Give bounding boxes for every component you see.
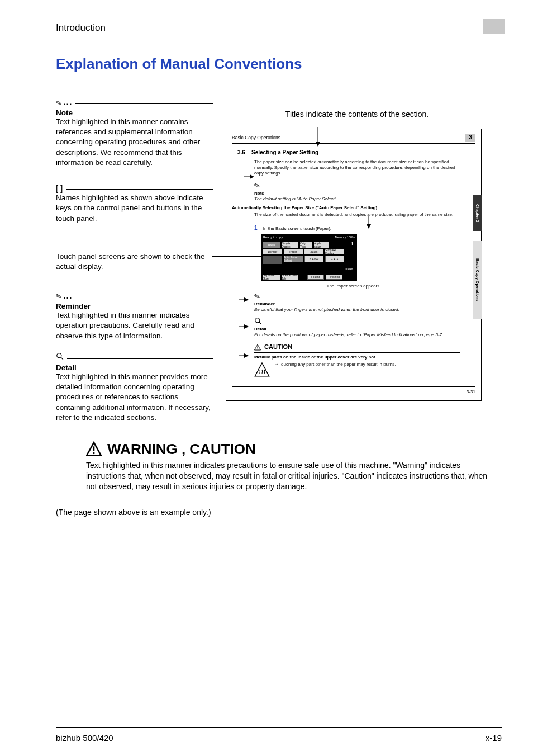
- note-body: Text highlighted in this manner contains…: [56, 117, 213, 168]
- section-tab: Basic Copy Operations: [473, 241, 482, 319]
- reminder-block: ✎ Reminder Text highlighted in this mann…: [56, 291, 213, 341]
- step-text: In the Basic screen, touch [Paper].: [263, 226, 331, 231]
- warning-triangle-icon: [254, 344, 261, 351]
- screen-btn: × 1.000: [304, 256, 323, 262]
- step-number: 1: [254, 225, 258, 231]
- dots-icon: [63, 291, 72, 301]
- screen-image: Image: [345, 267, 353, 270]
- note-heading: Note: [56, 108, 213, 117]
- arrow-icon: [366, 216, 372, 229]
- keys-body: Names highlighted as shown above indicat…: [56, 193, 213, 224]
- magnifier-icon: [56, 352, 64, 362]
- screen-btn: [263, 256, 282, 264]
- svg-marker-5: [250, 174, 254, 179]
- sample-header-num: 3: [465, 134, 475, 142]
- footer-page: x-19: [486, 733, 502, 743]
- svg-marker-7: [367, 224, 371, 229]
- caution-bold: Metallic parts on the inside of the uppe…: [254, 355, 460, 360]
- footer-rule: [56, 727, 502, 728]
- chapter-tab: Chapter 3: [473, 195, 482, 231]
- caution-text: Touching any part other than the paper m…: [279, 362, 396, 367]
- sample-step1: 1 In the Basic screen, touch [Paper].: [254, 225, 460, 232]
- svg-marker-9: [244, 297, 249, 302]
- caution-header: CAUTION: [254, 341, 460, 353]
- screen-btn: Separate Scan: [263, 275, 280, 280]
- sample-page: Chapter 3 Basic Copy Operations Basic Co…: [226, 129, 482, 401]
- sample-reminder-head: Reminder: [254, 301, 275, 306]
- svg-point-12: [255, 318, 260, 323]
- warning-title: WARNING , CAUTION: [107, 441, 256, 458]
- screen-btn: Scan at Next Job: [282, 275, 298, 280]
- magnifier-icon: [254, 321, 262, 326]
- svg-marker-11: [244, 324, 249, 329]
- detail-heading: Detail: [56, 363, 213, 372]
- sample-reminder-body: Be careful that your fingers are not pin…: [254, 307, 399, 312]
- page-edge-marker: [483, 19, 505, 34]
- svg-point-22: [93, 452, 95, 455]
- touch-body: Touch panel screens are shown to check t…: [56, 252, 213, 272]
- sample-note: ✎ Note The default setting is "Auto Pape…: [254, 182, 460, 202]
- sample-detail-head: Detail: [254, 327, 266, 332]
- screen-btn: Appli- cation: [314, 242, 329, 248]
- screen-btn: 1 ▶ 1: [325, 256, 344, 262]
- header-rule: [56, 37, 502, 37]
- warning-caution-section: WARNING , CAUTION Text highlighted in th…: [86, 441, 498, 492]
- touchscreen-thumbnail: Ready to copy. Memory 100% 1 Basic Simpl…: [261, 234, 357, 281]
- sample-header: Basic Copy Operations 3: [232, 134, 475, 144]
- screen-ready: Ready to copy.: [263, 235, 283, 239]
- screen-btn: Folding: [307, 275, 324, 280]
- pencil-icon: ✎: [253, 292, 261, 303]
- section-name: Introduction: [31, 22, 106, 34]
- reminder-heading: Reminder: [56, 302, 213, 310]
- screen-btn: Finishing: [326, 275, 342, 280]
- footer-model: bizhub 500/420: [56, 733, 113, 743]
- svg-marker-15: [244, 353, 249, 358]
- screen-btn: Density: [263, 249, 282, 254]
- screen-btn: Auto Paper Select: [284, 256, 303, 262]
- section-heading: Selecting a Paper Setting: [251, 149, 318, 155]
- svg-line-1: [61, 357, 63, 360]
- dots-icon: [63, 97, 72, 107]
- screen-btn: Zoom: [304, 249, 323, 254]
- svg-point-0: [57, 353, 61, 358]
- left-column: ✎ Note Text highlighted in this manner c…: [56, 97, 223, 434]
- bracket-icon: [ ]: [56, 183, 63, 193]
- section-number: 3.6: [237, 149, 245, 155]
- sample-detail-body: For details on the positions of paper mi…: [254, 332, 443, 337]
- sample-note-head: Note: [254, 191, 264, 196]
- caution-title: CAUTION: [264, 343, 292, 351]
- arrow-icon: [239, 297, 249, 303]
- svg-point-18: [257, 348, 258, 349]
- sample-note-body: The default setting is "Auto Paper Selec…: [254, 196, 337, 201]
- note-block: ✎ Note Text highlighted in this manner c…: [56, 97, 213, 168]
- caution-body-row: →Touching any part other than the paper …: [254, 362, 460, 377]
- sample-intro: The paper size can be selected automatic…: [254, 159, 460, 176]
- keys-block: [ ] Names highlighted as shown above ind…: [56, 183, 213, 224]
- screen-btn: Basic: [263, 242, 280, 248]
- screen-memory: Memory: [335, 235, 346, 239]
- dots-icon: [261, 295, 267, 300]
- hot-surface-icon: [254, 362, 270, 377]
- screen-caption: The Paper screen appears.: [232, 284, 475, 289]
- warning-body: Text highlighted in this manner indicate…: [86, 460, 498, 492]
- sample-header-left: Basic Copy Operations: [232, 135, 280, 141]
- arrow-icon: [239, 353, 249, 358]
- arrow-icon: [239, 324, 249, 329]
- screen-btn: Simplex/ Duplex: [325, 249, 344, 254]
- dots-icon: [261, 185, 267, 190]
- screen-btn: Paper: [284, 249, 303, 254]
- reminder-body: Text highlighted in this manner indicate…: [56, 310, 213, 341]
- pencil-icon: ✎: [253, 181, 261, 192]
- sample-reminder: ✎ Reminder Be careful that your fingers …: [254, 292, 460, 313]
- footer-row: bizhub 500/420 x-19: [56, 733, 502, 743]
- screen-btn: Simplex/ Duplex: [282, 242, 298, 248]
- touch-block: Touch panel screens are shown to check t…: [56, 252, 213, 272]
- page: Introduction Explanation of Manual Conve…: [0, 0, 533, 756]
- two-column-layout: ✎ Note Text highlighted in this manner c…: [56, 97, 502, 434]
- sample-autobody: The size of the loaded document is detec…: [254, 212, 460, 220]
- leader-line: [67, 358, 213, 359]
- screen-btn: Orig. Type: [300, 242, 312, 248]
- sample-autohead: Automatically Selecting the Paper Size (…: [232, 205, 475, 211]
- leader-line: [75, 297, 213, 297]
- screen-count: 1: [351, 240, 354, 248]
